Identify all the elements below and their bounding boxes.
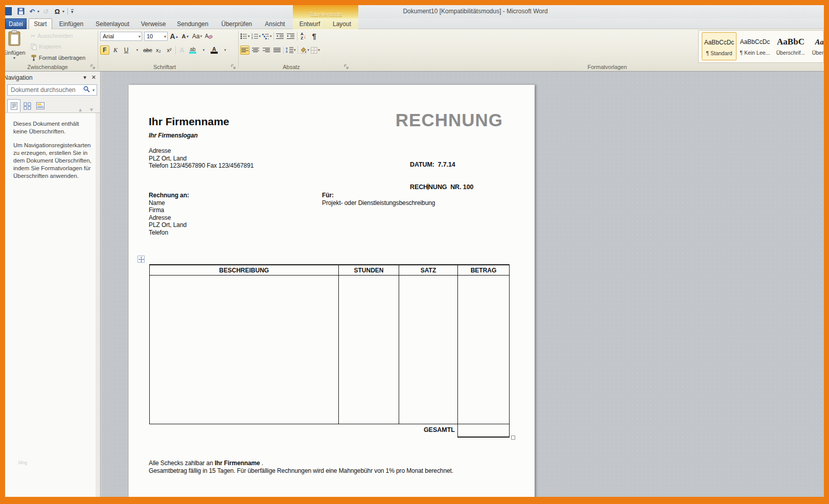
undo-dropdown-icon[interactable]: ▾ <box>37 9 39 14</box>
symbol-dropdown-icon[interactable]: ▾ <box>62 9 64 14</box>
tab-datei[interactable]: Datei <box>5 18 27 29</box>
copy-icon <box>31 43 37 50</box>
superscript-button[interactable]: x² <box>165 45 174 55</box>
font-color-dropdown-icon[interactable]: ▾ <box>220 45 229 55</box>
text-effects-button: A <box>177 45 187 55</box>
column-header-betrag: BETRAG <box>457 265 510 275</box>
navigation-empty-message-1: Dieses Dokument enthält keine Überschrif… <box>5 113 100 135</box>
multilevel-list-button[interactable]: ▾ <box>262 32 272 41</box>
underline-button[interactable]: U <box>122 45 131 55</box>
insert-symbol-icon[interactable]: Ω <box>53 7 62 16</box>
tab-seitenlayout[interactable]: Seitenlayout <box>91 18 134 29</box>
font-name-dropdown-icon[interactable]: ▾ <box>136 34 141 39</box>
tab-layout[interactable]: Layout <box>327 18 357 29</box>
line-spacing-dropdown-icon[interactable]: ▾ <box>294 48 296 52</box>
payment-note-company: Ihr Firmenname <box>215 460 260 467</box>
italic-button[interactable]: K <box>111 45 120 55</box>
tab-browse-results[interactable] <box>34 99 47 112</box>
show-paragraph-marks-button[interactable]: ¶ <box>310 32 319 41</box>
shading-button[interactable]: ▾ <box>300 45 310 55</box>
svg-text:A: A <box>205 33 209 39</box>
document-page[interactable]: Ihr Firmenname Ihr Firmenslogan Adresse … <box>128 85 535 497</box>
navigation-tabs: ▲ ▼ <box>7 99 97 112</box>
format-painter-button[interactable]: Format übertragen <box>30 53 86 62</box>
ribbon: Einfügen ▾ ✂ Ausschneiden Kopieren Forma… <box>5 29 824 72</box>
strikethrough-button[interactable]: abc <box>143 45 152 55</box>
style-ueberschrift-2[interactable]: AaBbCÜberschrif... <box>809 32 824 60</box>
paste-button[interactable]: Einfügen ▾ <box>5 30 27 69</box>
table-resize-handle[interactable] <box>511 436 515 440</box>
tab-sendungen[interactable]: Sendungen <box>173 18 213 29</box>
font-color-button[interactable]: A <box>210 45 219 55</box>
align-right-button[interactable] <box>262 45 271 55</box>
shading-dropdown-icon[interactable]: ▾ <box>308 48 310 52</box>
font-name-combo[interactable]: Arial ▾ <box>100 32 142 41</box>
navigation-pane-header: Navigation ▾ ✕ <box>5 72 100 83</box>
absatz-dialog-launcher[interactable] <box>344 64 349 70</box>
save-icon[interactable] <box>16 7 26 16</box>
search-dropdown-icon[interactable]: ▾ <box>93 88 95 93</box>
invoice-table[interactable]: BESCHREIBUNG STUNDEN SATZ BETRAG GESAMTL <box>149 264 510 438</box>
subscript-button[interactable]: x₂ <box>154 45 163 55</box>
pages-grid-icon <box>24 102 31 110</box>
column-header-beschreibung: BESCHREIBUNG <box>149 265 338 275</box>
search-box[interactable]: Dokument durchsuchen ▾ <box>7 84 97 96</box>
navigation-pane-title: Navigation <box>5 74 33 81</box>
font-size-combo[interactable]: 10 ▾ <box>144 32 168 41</box>
align-left-button[interactable] <box>240 45 249 55</box>
tab-entwurf[interactable]: Entwurf <box>294 18 325 29</box>
ribbon-tab-row: Datei Start Einfügen Seitenlayout Verwei… <box>5 18 824 29</box>
navigation-pane-menu-icon[interactable]: ▾ <box>83 74 86 81</box>
highlight-button[interactable]: ab <box>188 45 197 55</box>
schriftart-dialog-launcher[interactable] <box>231 64 236 70</box>
bullet-list-dropdown-icon[interactable]: ▾ <box>248 34 250 38</box>
tab-browse-pages[interactable] <box>20 99 34 112</box>
style-standard[interactable]: AaBbCcDc¶ Standard <box>702 32 736 60</box>
terms-note-line: Gesamtbetrag fällig in 15 Tagen. Für übe… <box>149 467 453 475</box>
underline-dropdown-icon[interactable]: ▾ <box>132 45 142 55</box>
decrease-indent-button[interactable] <box>275 32 285 41</box>
navigation-pane: Navigation ▾ ✕ Dokument durchsuchen ▾ <box>5 72 101 497</box>
highlight-dropdown-icon[interactable]: ▾ <box>199 45 208 55</box>
next-heading-icon: ▼ <box>89 107 94 112</box>
navigation-pane-close-icon[interactable]: ✕ <box>91 74 96 81</box>
paste-dropdown-icon[interactable]: ▾ <box>5 56 27 60</box>
line-spacing-button[interactable]: ▾ <box>285 45 296 55</box>
group-label-formatvorlagen: Formatvorlagen <box>577 64 638 70</box>
total-amount-cell[interactable] <box>457 424 510 438</box>
shrink-font-button[interactable]: A▼ <box>181 32 190 41</box>
change-case-button[interactable]: Aa▾ <box>192 32 202 41</box>
multilevel-list-dropdown-icon[interactable]: ▾ <box>270 34 272 38</box>
grow-font-button[interactable]: A▲ <box>170 32 179 41</box>
undo-icon[interactable]: ↶ <box>28 7 37 16</box>
borders-button[interactable]: ▾ <box>311 45 320 55</box>
table-body[interactable] <box>149 276 510 424</box>
sort-button[interactable]: AZ↓ <box>299 32 308 41</box>
increase-indent-button[interactable] <box>286 32 295 41</box>
tab-ansicht[interactable]: Ansicht <box>260 18 290 29</box>
numbered-list-button[interactable]: 123 ▾ <box>251 32 261 41</box>
tab-verweise[interactable]: Verweise <box>136 18 171 29</box>
style-kein-leerraum[interactable]: AaBbCcDc¶ Kein Lee... <box>738 32 772 60</box>
tab-browse-headings[interactable] <box>7 99 20 112</box>
tab-einfuegen[interactable]: Einfügen <box>54 18 88 29</box>
word-window: ↶ ▾ ↺ Ω ▾ ▾ Tabellentools Dokument10 [Ko… <box>5 5 824 497</box>
table-move-handle[interactable] <box>137 256 145 263</box>
clear-formatting-button[interactable]: A <box>204 32 213 41</box>
tab-start[interactable]: Start <box>29 18 52 29</box>
numbered-list-dropdown-icon[interactable]: ▾ <box>259 34 261 38</box>
borders-dropdown-icon[interactable]: ▾ <box>318 48 320 52</box>
justify-button[interactable] <box>272 45 282 55</box>
column-header-satz: SATZ <box>399 265 457 275</box>
tab-ueberpruefen[interactable]: Überprüfen <box>216 18 258 29</box>
clear-formatting-icon: A <box>204 33 213 40</box>
copy-label: Kopieren <box>39 43 61 50</box>
font-size-dropdown-icon[interactable]: ▾ <box>162 34 166 39</box>
bullet-list-button[interactable]: ▾ <box>240 32 250 41</box>
customize-qat-icon[interactable]: ▾ <box>71 9 74 13</box>
bold-button[interactable]: F <box>100 45 109 55</box>
style-ueberschrift-1[interactable]: AaBbCÜberschrif... <box>773 32 808 60</box>
search-icon[interactable] <box>83 86 90 94</box>
zwischenablage-dialog-launcher[interactable] <box>90 64 96 70</box>
align-center-button[interactable] <box>251 45 260 55</box>
